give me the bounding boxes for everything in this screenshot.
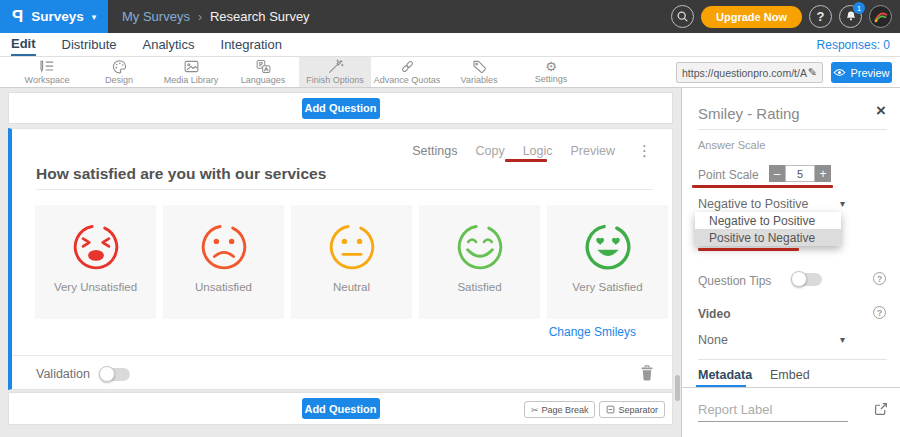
delete-question-button[interactable] (640, 365, 654, 385)
tab-edit[interactable]: Edit (11, 33, 36, 56)
tab-analytics[interactable]: Analytics (142, 33, 194, 56)
product-switcher[interactable]: P Surveys ▾ (0, 0, 108, 33)
chevron-down-icon[interactable]: ▾ (840, 198, 845, 209)
toolbar-item-advance-quotas[interactable]: Advance Quotas (371, 57, 443, 87)
smiley-option-neutral[interactable]: Neutral (291, 205, 412, 319)
toolbar-label: Workspace (25, 75, 70, 85)
editor-canvas: Add Question Settings Copy Logic Preview… (0, 88, 681, 437)
top-bar: P Surveys ▾ My Surveys › Research Survey… (0, 0, 900, 33)
chevron-down-icon: ▾ (92, 12, 97, 22)
video-select[interactable]: None (698, 333, 728, 347)
smiley-option-satisfied[interactable]: Satisfied (419, 205, 540, 319)
search-icon (676, 10, 689, 23)
report-label-input[interactable]: Report Label (698, 402, 848, 422)
increase-button[interactable]: + (815, 165, 831, 182)
toolbar-item-finish-options[interactable]: Finish Options (299, 57, 371, 87)
topbar-actions: Upgrade Now ? 1 (671, 0, 892, 33)
question-tab-preview[interactable]: Preview (571, 144, 615, 158)
survey-url-field[interactable]: https://questionpro.com/t/A ✎ (676, 62, 823, 83)
tab-integration[interactable]: Integration (221, 33, 282, 56)
neutral-smiley-icon (325, 220, 379, 274)
direction-select[interactable]: Negative to Positive (698, 197, 808, 211)
question-settings-panel: Smiley - Rating × Answer Scale Point Sca… (681, 88, 900, 437)
option-positive-to-negative[interactable]: Positive to Negative (695, 229, 841, 246)
separator-label: Separator (618, 405, 658, 415)
toolbar-item-design[interactable]: Design (83, 57, 155, 87)
add-question-button-top[interactable]: Add Question (302, 98, 380, 119)
breadcrumb-my-surveys[interactable]: My Surveys (122, 9, 190, 24)
validation-label: Validation (36, 367, 90, 381)
preview-button[interactable]: Preview (831, 62, 892, 83)
avatar[interactable] (869, 5, 892, 28)
tab-distribute[interactable]: Distribute (62, 33, 117, 56)
notifications-button[interactable]: 1 (839, 5, 862, 28)
magic-wand-icon (327, 59, 344, 74)
toggle-knob (791, 271, 807, 287)
trash-icon (640, 365, 654, 381)
edit-toolbar: Workspace Design Media Library (0, 57, 900, 88)
toolbar-item-media-library[interactable]: Media Library (155, 57, 227, 87)
smiley-option-very-unsatisfied[interactable]: Very Unsatisfied (35, 205, 156, 319)
vertical-scrollbar[interactable] (675, 375, 680, 401)
toolbar-item-variables[interactable]: Variables (443, 57, 515, 87)
panel-tab-metadata[interactable]: Metadata (698, 368, 752, 382)
smiley-option-unsatisfied[interactable]: Unsatisfied (163, 205, 284, 319)
external-link-icon[interactable] (874, 402, 888, 420)
toolbar-label: Advance Quotas (374, 75, 441, 85)
palette-icon (111, 59, 128, 74)
edit-url-icon[interactable]: ✎ (808, 66, 817, 79)
search-button[interactable] (671, 5, 694, 28)
answer-scale-label: Answer Scale (698, 139, 765, 151)
change-smileys-link[interactable]: Change Smileys (549, 325, 636, 339)
survey-nav: Edit Distribute Analytics Integration Re… (0, 33, 900, 57)
toolbar-item-workspace[interactable]: Workspace (11, 57, 83, 87)
toolbar-item-settings[interactable]: ⚙ Settings (515, 57, 587, 87)
question-tab-settings[interactable]: Settings (412, 144, 457, 158)
help-button[interactable]: ? (809, 5, 832, 28)
close-icon[interactable]: × (876, 102, 886, 119)
upgrade-now-button[interactable]: Upgrade Now (701, 6, 802, 28)
toolbar-label: Media Library (164, 75, 219, 85)
question-title[interactable]: How satisfied are you with our services (36, 165, 326, 183)
page-break-button[interactable]: ✂ Page Break (524, 401, 596, 418)
preview-label: Preview (850, 67, 889, 79)
satisfied-smiley-icon (453, 220, 507, 274)
survey-nav-tabs: Edit Distribute Analytics Integration (0, 33, 282, 56)
annotation-underline-point-scale (692, 185, 833, 188)
toolbar-label: Settings (535, 74, 568, 84)
more-options-icon[interactable]: ⋮ (637, 142, 652, 160)
panel-tab-embed[interactable]: Embed (770, 368, 810, 382)
very-unsatisfied-smiley-icon (69, 220, 123, 274)
question-tips-toggle[interactable] (792, 273, 822, 286)
video-label: Video (698, 307, 730, 321)
decrease-button[interactable]: – (769, 165, 785, 182)
responses-count[interactable]: Responses: 0 (817, 38, 890, 52)
smiley-label: Very Unsatisfied (54, 281, 137, 293)
add-question-button-bottom[interactable]: Add Question (302, 398, 380, 419)
divider (682, 387, 900, 388)
toolbar-label: Finish Options (306, 75, 364, 85)
point-scale-value[interactable]: 5 (785, 165, 815, 182)
upgrade-now-label: Upgrade Now (716, 11, 787, 23)
annotation-underline-settings (505, 159, 547, 162)
survey-url-value: https://questionpro.com/t/A (682, 67, 808, 79)
validation-row: Validation (36, 367, 130, 381)
separator-icon (606, 405, 615, 414)
smiley-label: Unsatisfied (195, 281, 252, 293)
divider (698, 359, 887, 360)
question-tab-logic[interactable]: Logic (523, 144, 553, 158)
smiley-scale: Very Unsatisfied Unsatisfied (35, 205, 668, 319)
app-window: P Surveys ▾ My Surveys › Research Survey… (0, 0, 900, 437)
help-icon-question-tips[interactable]: ? (873, 272, 886, 285)
question-tab-copy[interactable]: Copy (475, 144, 504, 158)
option-negative-to-positive[interactable]: Negative to Positive (695, 212, 841, 229)
chevron-down-icon[interactable]: ▾ (840, 334, 845, 345)
help-icon-video[interactable]: ? (873, 306, 886, 319)
unsatisfied-smiley-icon (197, 220, 251, 274)
smiley-option-very-satisfied[interactable]: Very Satisfied (547, 205, 668, 319)
toolbar-item-languages[interactable]: Languages (227, 57, 299, 87)
separator-button[interactable]: Separator (599, 401, 665, 418)
toolbar-label: Design (105, 75, 133, 85)
chain-link-icon (399, 59, 416, 74)
validation-toggle[interactable] (100, 368, 130, 381)
